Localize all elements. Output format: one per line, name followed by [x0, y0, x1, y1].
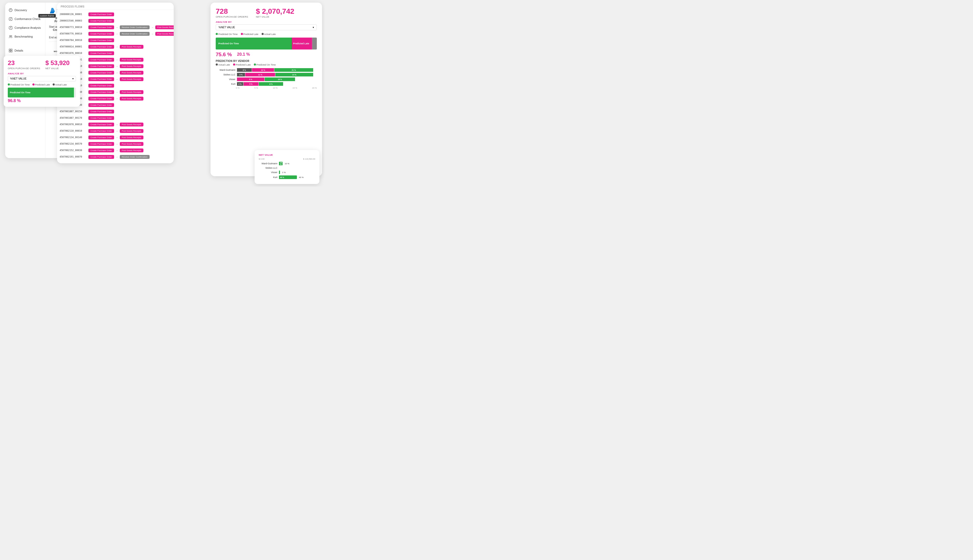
right-analyze-value: %NET VALUE	[219, 26, 235, 29]
flow-step-btn[interactable]: Create Purchase Order	[88, 25, 114, 29]
flow-step-btn[interactable]: Post Goods Receipts	[120, 58, 144, 62]
legend-actual-late: Actual Late	[55, 83, 67, 86]
flow-step-btn[interactable]: Create Purchase Order	[88, 148, 114, 152]
nv-pct: 2 %	[282, 171, 286, 173]
flow-step-btn[interactable]: Create Purchase Order	[88, 84, 114, 88]
sidebar-item-discovery[interactable]: Discovery	[5, 6, 45, 15]
vbar-on-time: 21 %	[274, 68, 313, 72]
flow-arrow: →	[116, 136, 118, 139]
po-id: 4507001887_00150	[60, 110, 87, 113]
flow-step-btn[interactable]: Create Purchase Order	[88, 32, 114, 36]
flow-step-btn[interactable]: Create Purchase Order	[88, 64, 114, 68]
svg-rect-6	[11, 49, 12, 50]
flow-step-btn[interactable]: Create Purchase Order	[88, 97, 114, 100]
process-row: 4507001887_00150Create Purchase Order	[60, 108, 171, 114]
right-legend: Predicted On Time Predicted Late Actual …	[216, 33, 317, 35]
flow-step-btn[interactable]: Post Goods Receipts	[120, 77, 144, 81]
flow-step-btn[interactable]: Receive Order Confirmation	[120, 32, 150, 36]
vbar-pred-late: 5 %	[244, 82, 259, 86]
po-id: 4507002134_00570	[60, 143, 87, 145]
right-bar-pred-late-pct: 20.1 %	[237, 52, 250, 58]
flow-step-btn[interactable]: Create Purchase Order	[88, 142, 114, 146]
flow-step-btn[interactable]: Receive Order Confirmation	[120, 155, 150, 159]
flow-step-btn[interactable]: Create Purchase Order	[88, 12, 114, 16]
vendor-bars: 2 %5 %8 %	[237, 82, 313, 86]
flow-arrow: →	[116, 97, 118, 100]
flow-step-btn[interactable]: Create Purchase Order	[88, 123, 114, 127]
flow-step-btn[interactable]: Create Purchase Order	[88, 103, 114, 107]
flow-step-btn[interactable]: Create Purchase Order	[88, 129, 114, 133]
small-stats-card: 23 OPEN PURCHASE ORDERS $ 53,920 NET VAL…	[3, 56, 80, 107]
flow-step-btn[interactable]: Post Goods Receipts	[120, 142, 144, 146]
flow-step-btn[interactable]: Create Purchase Order	[88, 71, 114, 75]
right-bar-pred-late-label: Predicted Late	[293, 42, 309, 45]
svg-rect-8	[11, 51, 12, 52]
flow-step-btn[interactable]: Post Goods Receipts	[120, 135, 144, 139]
x-axis: 0 % 5 % 10 % 15 % 20 %	[236, 87, 317, 89]
po-id: 4507001887_00170	[60, 117, 87, 119]
flow-step-btn[interactable]: Create Purchase Order	[88, 155, 114, 159]
details-icon	[9, 49, 12, 52]
process-row: 4507000776_00010Create Purchase Order→Re…	[60, 31, 171, 37]
stats-numbers: 23 OPEN PURCHASE ORDERS $ 53,920 NET VAL…	[8, 59, 76, 70]
nv-vendor-row: Visser2 %2 %	[259, 170, 315, 174]
flow-step-btn[interactable]: Post Goods Receipts	[120, 71, 144, 75]
legend-dot-on-time	[8, 83, 10, 85]
flow-step-btn[interactable]: Create Purchase Order	[88, 45, 114, 49]
nv-range: $ 0.00 $ 119,584.00	[259, 158, 315, 160]
flow-step-btn[interactable]: Post Goods Receipts	[120, 64, 144, 68]
svg-rect-5	[9, 49, 10, 50]
process-row: 4507001076_00010Create Purchase Order	[60, 50, 171, 56]
flow-step-btn[interactable]: Post Goods Receipts	[120, 45, 144, 49]
bar-on-time-label: Predicted On Time	[10, 91, 30, 94]
flow-arrow: →	[116, 32, 118, 35]
nv-vendor-name: Stokes LLC	[259, 167, 277, 169]
process-row: 4507002110_00010Create Purchase Order→Po…	[60, 128, 171, 134]
right-numbers: 728 OPEN PURCHASE ORDERS $ 2,070,742 NET…	[216, 7, 317, 18]
sidebar-item-compliance[interactable]: Compliance Analysis	[5, 23, 45, 32]
svg-point-3	[10, 35, 11, 37]
net-value-block: $ 53,920 NET VALUE	[45, 59, 70, 70]
flow-step-btn[interactable]: Post Goods Receipts	[155, 32, 174, 36]
sidebar-item-benchmarking[interactable]: Benchmarking	[5, 32, 45, 41]
svg-marker-11	[50, 11, 55, 13]
flow-step-btn[interactable]: Create Purchase Order	[88, 90, 114, 94]
sidebar-item-compliance-label: Compliance Analysis	[15, 26, 41, 29]
flow-step-btn[interactable]: Post Goods Receipts	[155, 25, 174, 29]
flow-step-btn[interactable]: Post Goods Receipts	[120, 97, 144, 100]
process-row: 2000033546_00003Create Purchase Order	[60, 18, 171, 23]
vlegend-on-time	[254, 63, 256, 65]
sidebar-item-details-label: Details	[15, 49, 23, 52]
flow-step-btn[interactable]: Create Purchase Order	[88, 58, 114, 62]
flow-step-btn[interactable]: Post Goods Receipts	[120, 123, 144, 127]
vbar-actual: 3 %	[237, 73, 245, 77]
flow-arrow: →	[116, 143, 118, 145]
flow-step-btn[interactable]: Create Purchase Order	[88, 135, 114, 139]
flow-step-btn[interactable]: Create Purchase Order	[88, 19, 114, 23]
process-row: 4507002134_00570Create Purchase Order→Po…	[60, 141, 171, 147]
flow-step-btn[interactable]: Create Purchase Order	[88, 51, 114, 55]
nv-bar: 10 %	[279, 162, 283, 165]
po-id: 4507000814_00001	[60, 45, 87, 48]
sidebar-item-details[interactable]: Details	[5, 46, 45, 55]
right-bar-actual-late	[312, 38, 317, 50]
right-bar-on-time-label: Predicted On Time	[218, 42, 239, 45]
vendor-name: Visser	[217, 78, 235, 81]
flow-step-btn[interactable]: Receive Order Confirmation	[120, 25, 150, 29]
flow-arrow: →	[116, 65, 118, 68]
flow-step-btn[interactable]: Post Goods Receipts	[120, 129, 144, 133]
vendor-row: Ward-Gutmann8 %12 %21 %	[217, 68, 316, 72]
vbar-on-time: 8 %	[259, 82, 283, 86]
vlegend-pred-late	[233, 63, 235, 65]
flow-step-btn[interactable]: Create Purchase Order	[88, 110, 114, 113]
flow-step-btn[interactable]: Create Purchase Order	[88, 38, 114, 42]
flow-step-btn[interactable]: Post Goods Receipts	[120, 90, 144, 94]
flow-step-btn[interactable]: Post Goods Receipts	[120, 148, 144, 152]
chevron-down-icon: ▾	[72, 77, 73, 80]
flow-step-btn[interactable]: Create Purchase Order	[88, 77, 114, 81]
nv-vendor-name: Visser	[259, 171, 277, 173]
right-analyze-select[interactable]: %NET VALUE ▾	[216, 24, 317, 30]
flow-step-btn[interactable]: Create Purchase Order	[88, 116, 114, 120]
analyze-by-select[interactable]: %NET VALUE ▾	[8, 76, 76, 82]
compliance-icon	[9, 26, 12, 30]
